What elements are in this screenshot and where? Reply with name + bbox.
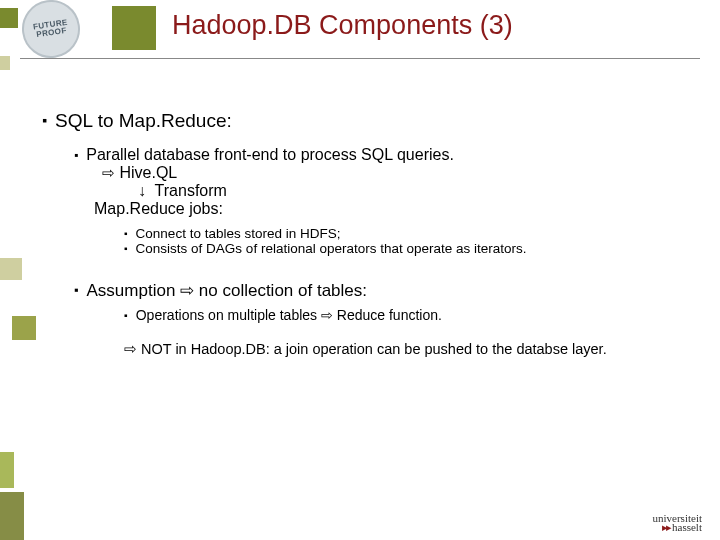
- decor-square: [0, 258, 22, 280]
- slide-body: SQL to Map.Reduce: Parallel database fro…: [42, 110, 682, 357]
- decor-square: [0, 8, 18, 28]
- bullet-dags-operators: Consists of DAGs of relational operators…: [124, 241, 682, 256]
- decor-square: [0, 452, 14, 488]
- down-arrow-icon: ↓: [138, 182, 146, 199]
- bullet-parallel-frontend: Parallel database front-end to process S…: [74, 146, 682, 164]
- decor-square: [112, 6, 156, 50]
- bullet-connect-hdfs: Connect to tables stored in HDFS;: [124, 226, 682, 241]
- decor-square: [12, 316, 36, 340]
- heading-sql-to-mapreduce: SQL to Map.Reduce:: [42, 110, 232, 131]
- decor-square: [0, 56, 10, 70]
- future-proof-badge: FUTURE PROOF: [18, 0, 84, 62]
- text-hiveql: Hive.QL: [119, 164, 177, 181]
- title-underline: [20, 58, 700, 59]
- footer-hasselt: hasselt: [672, 521, 702, 533]
- bullet-assumption-detail: Operations on multiple tables ⇨ Reduce f…: [124, 307, 682, 323]
- footer-logo: universiteit ▸▸hasselt: [653, 512, 703, 534]
- bullet-assumption: Assumption ⇨ no collection of tables:: [74, 280, 682, 301]
- decor-square: [0, 492, 24, 540]
- text-transform: Transform: [155, 182, 227, 199]
- text-mapreduce-jobs: Map.Reduce jobs:: [94, 200, 682, 218]
- slide-title: Hadoop.DB Components (3): [172, 10, 513, 41]
- triangle-icon: ▸▸: [662, 521, 670, 533]
- text-note-not-in-hadoopdb: ⇨ NOT in Hadoop.DB: a join operation can…: [124, 341, 664, 357]
- arrow-icon: ⇨: [102, 164, 115, 181]
